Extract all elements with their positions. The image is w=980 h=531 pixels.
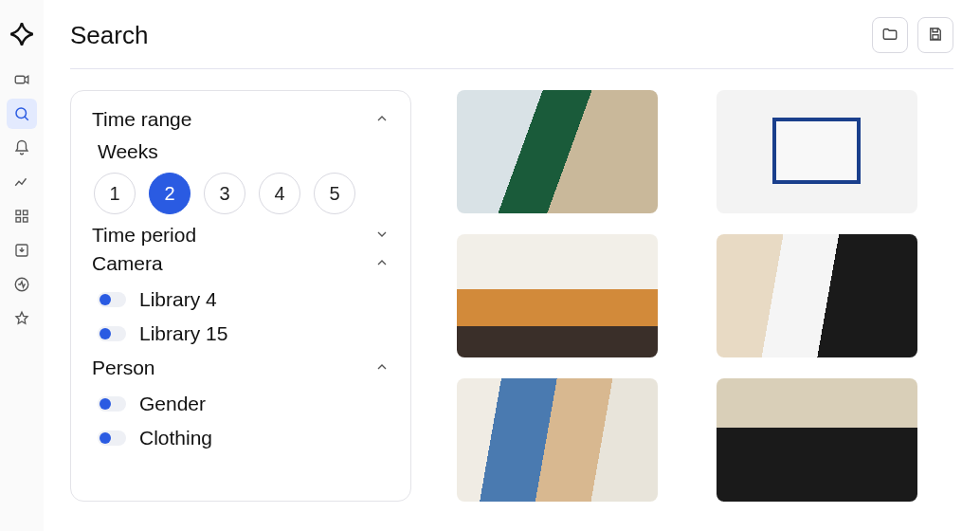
chevron-up-icon: [374, 357, 390, 379]
svg-rect-2: [16, 211, 21, 215]
header-actions: [872, 17, 953, 53]
nav-activity[interactable]: [7, 269, 37, 300]
results-grid: [457, 90, 953, 502]
camera-options: Library 4 Library 15: [98, 283, 390, 351]
svg-point-1: [16, 108, 27, 119]
folder-icon: [881, 26, 898, 46]
camera-option: Library 4: [98, 283, 390, 317]
week-chip-4[interactable]: 4: [259, 173, 300, 214]
nav-bell[interactable]: [7, 133, 37, 163]
result-thumbnail[interactable]: [717, 378, 917, 502]
person-option: Clothing: [98, 421, 390, 455]
toggle-clothing[interactable]: [98, 430, 126, 446]
toggle-gender[interactable]: [98, 396, 126, 412]
person-options: Gender Clothing: [98, 387, 390, 455]
option-label: Gender: [139, 393, 206, 415]
result-thumbnail[interactable]: [457, 378, 658, 502]
svg-rect-4: [16, 218, 21, 223]
main: Search Time range Weeks: [44, 0, 980, 531]
page-title: Search: [70, 21, 148, 50]
nav-analytics[interactable]: [7, 167, 37, 197]
toggle-library-15[interactable]: [98, 326, 126, 341]
chevron-down-icon: [374, 224, 390, 247]
save-button[interactable]: [917, 17, 953, 53]
weeks-label: Weeks: [98, 140, 390, 163]
section-label: Time period: [92, 224, 196, 247]
nav-download[interactable]: [7, 235, 37, 266]
nav-search[interactable]: [7, 99, 37, 129]
result-thumbnail[interactable]: [717, 234, 917, 357]
save-icon: [927, 26, 944, 46]
week-chip-5[interactable]: 5: [314, 173, 355, 214]
week-chip-2[interactable]: 2: [149, 173, 191, 214]
section-label: Person: [92, 357, 155, 379]
chevron-up-icon: [374, 108, 390, 131]
nav-star[interactable]: [7, 303, 37, 334]
week-chip-3[interactable]: 3: [204, 173, 245, 214]
svg-rect-8: [933, 34, 938, 39]
option-label: Clothing: [139, 427, 212, 449]
result-thumbnail[interactable]: [457, 90, 658, 213]
filter-panel: Time range Weeks 1 2 3 4 5 Time period: [70, 90, 411, 502]
nav-camera[interactable]: [7, 64, 37, 95]
section-person[interactable]: Person: [92, 357, 390, 379]
result-thumbnail[interactable]: [457, 234, 658, 357]
content: Time range Weeks 1 2 3 4 5 Time period: [70, 90, 953, 502]
open-folder-button[interactable]: [872, 17, 908, 53]
chevron-up-icon: [374, 252, 390, 275]
section-label: Time range: [92, 108, 191, 131]
section-time-period[interactable]: Time period: [92, 224, 390, 247]
nav-grid[interactable]: [7, 201, 37, 231]
header: Search: [70, 17, 953, 69]
section-time-range[interactable]: Time range: [92, 108, 390, 131]
section-label: Camera: [92, 252, 163, 275]
weeks-chips: 1 2 3 4 5: [94, 173, 390, 214]
app-logo: [9, 21, 35, 47]
camera-option: Library 15: [98, 317, 390, 351]
svg-rect-0: [15, 76, 25, 83]
svg-point-7: [15, 278, 28, 291]
week-chip-1[interactable]: 1: [94, 173, 136, 214]
sidebar: [0, 0, 44, 531]
toggle-library-4[interactable]: [98, 292, 126, 307]
option-label: Library 4: [139, 288, 217, 311]
svg-rect-3: [24, 211, 28, 215]
person-option: Gender: [98, 387, 390, 421]
result-thumbnail[interactable]: [717, 90, 917, 213]
option-label: Library 15: [139, 322, 227, 345]
section-camera[interactable]: Camera: [92, 252, 390, 275]
svg-rect-5: [24, 218, 28, 223]
